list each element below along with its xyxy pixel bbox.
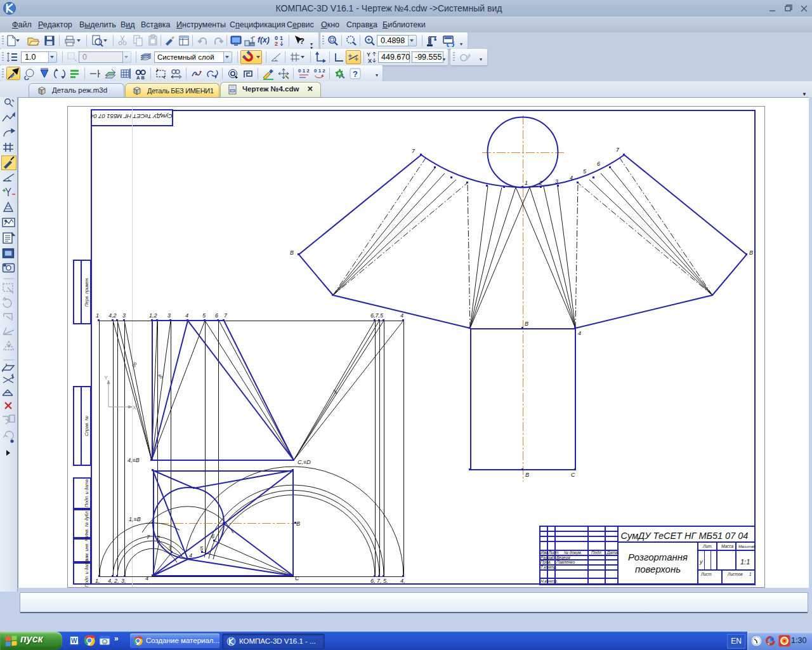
svg-text:4: 4 — [185, 312, 188, 319]
svg-text:Лист: Лист — [700, 572, 712, 576]
svg-text:3,: 3, — [121, 578, 126, 584]
svg-text:Перв. примен.: Перв. примен. — [84, 277, 89, 307]
svg-text:4,2: 4,2 — [108, 312, 117, 319]
svg-text:В: В — [749, 249, 753, 256]
svg-text:6: 6 — [215, 312, 218, 319]
svg-text:4,: 4, — [108, 578, 113, 584]
svg-text:Инв. № дубл.: Инв. № дубл. — [84, 510, 89, 537]
svg-text:6, 7, 5,: 6, 7, 5, — [370, 578, 388, 584]
svg-text:3: 3 — [167, 312, 171, 319]
svg-text:?: ? — [353, 69, 358, 79]
svg-text:В: В — [290, 249, 294, 256]
svg-text:6: 6 — [597, 161, 600, 167]
svg-text:Подп. и дата: Подп. и дата — [84, 479, 89, 507]
svg-text:1: 1 — [96, 312, 99, 319]
svg-text:Павленко: Павленко — [556, 560, 575, 564]
svg-text:1: 1 — [749, 572, 752, 576]
svg-text:2: 2 — [156, 534, 160, 541]
svg-text:В: В — [296, 521, 300, 527]
svg-text:3: 3 — [555, 178, 558, 185]
svg-text:1,: 1, — [95, 578, 100, 584]
svg-text:?: ? — [299, 36, 304, 46]
svg-text:С: С — [295, 575, 299, 581]
svg-text:6,7,5: 6,7,5 — [370, 312, 384, 319]
svg-text:2,: 2, — [114, 578, 119, 584]
svg-text:4,: 4, — [400, 578, 405, 584]
svg-text:В: В — [525, 472, 529, 478]
svg-text:Дата: Дата — [606, 550, 619, 555]
svg-text:1: 1 — [525, 180, 528, 186]
svg-text:Т.контр.: Т.контр. — [540, 565, 557, 570]
svg-text:4: 4 — [400, 312, 403, 319]
svg-text:4: 4 — [189, 552, 192, 559]
svg-text:X: X — [133, 404, 136, 411]
svg-text:1: 1 — [280, 35, 283, 41]
svg-text:3: 3 — [168, 545, 171, 552]
svg-text:1,≡В: 1,≡В — [129, 516, 141, 522]
svg-text:4: 4 — [145, 575, 148, 581]
svg-text:Y: Y — [104, 375, 108, 381]
svg-text:СумДУ ТеСЕТ НГ МБ51 07 04: СумДУ ТеСЕТ НГ МБ51 07 04 — [621, 531, 749, 541]
svg-text:4: 4 — [570, 175, 573, 181]
svg-text:Лист: Лист — [548, 550, 559, 555]
svg-text:Подп.: Подп. — [591, 550, 602, 555]
svg-text:X: X — [368, 58, 372, 63]
svg-text:С: С — [571, 472, 575, 478]
svg-text:Н.контр.: Н.контр. — [540, 579, 558, 584]
svg-text:Изм: Изм — [540, 550, 548, 555]
svg-text:Подп. и дата: Подп. и дата — [84, 559, 89, 587]
svg-text:4: 4 — [578, 330, 581, 336]
svg-text:Лит.: Лит. — [702, 544, 712, 548]
svg-text:4,≡В: 4,≡В — [128, 457, 140, 463]
svg-text:Масштаб: Масштаб — [738, 545, 756, 548]
svg-text:Пров.: Пров. — [540, 560, 551, 565]
svg-text:Листов: Листов — [727, 572, 743, 576]
svg-text:1,2: 1,2 — [149, 312, 157, 319]
svg-text:3: 3 — [122, 312, 126, 319]
svg-text:В: В — [525, 321, 528, 327]
svg-text:А В: А В — [136, 75, 145, 80]
svg-text:Y: Y — [367, 51, 370, 58]
svg-text:0 1 2: 0 1 2 — [314, 68, 325, 74]
svg-text:2: 2 — [539, 180, 542, 186]
svg-text:Масса: Масса — [721, 544, 734, 548]
svg-text:0 1 2: 0 1 2 — [298, 68, 310, 74]
svg-text:поверхонь: поверхонь — [635, 564, 681, 574]
svg-text:2: 2 — [275, 41, 278, 47]
svg-text:W: W — [71, 637, 77, 644]
svg-text:С,≡D: С,≡D — [298, 459, 311, 465]
svg-text:СумДУ ТеСЕТ НГ МБ51 07 04: СумДУ ТеСЕТ НГ МБ51 07 04 — [90, 113, 172, 120]
svg-text:Справ. №: Справ. № — [84, 416, 89, 436]
svg-text:6: 6 — [211, 533, 214, 540]
svg-text:1:1: 1:1 — [740, 558, 750, 566]
svg-text:Розгортання: Розгортання — [628, 552, 688, 562]
svg-text:у: у — [699, 559, 703, 565]
